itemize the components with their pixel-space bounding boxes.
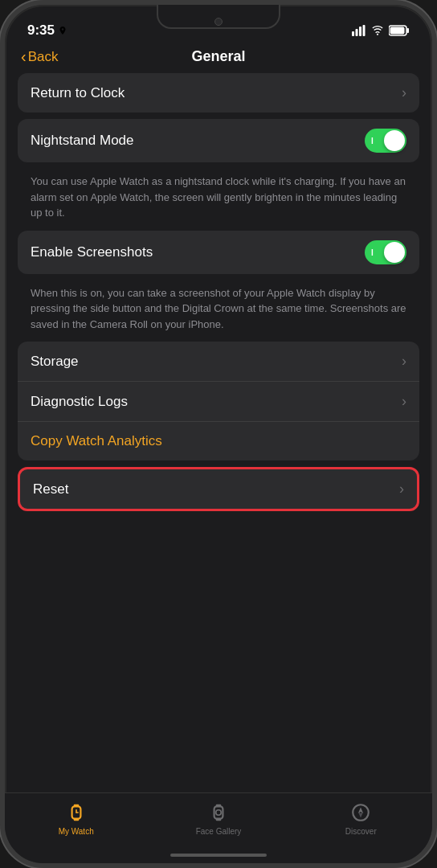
utilities-section: Storage › Diagnostic Logs › Copy Watch A… <box>18 342 419 461</box>
return-to-clock-section: Return to Clock › <box>18 73 419 113</box>
svg-rect-1 <box>356 29 358 36</box>
svg-marker-18 <box>358 812 364 818</box>
discover-icon <box>349 801 372 824</box>
svg-rect-15 <box>216 819 222 821</box>
enable-screenshots-section: Enable Screenshots I <box>18 231 419 274</box>
back-chevron-icon: ‹ <box>21 47 27 66</box>
discover-tab-label: Discover <box>345 827 377 836</box>
reset-chevron-icon: › <box>399 481 404 497</box>
nightstand-mode-label: Nightstand Mode <box>31 133 134 149</box>
main-content: Return to Clock › Nightstand Mode I You … <box>5 73 432 787</box>
screenshots-toggle-on-label: I <box>371 248 374 256</box>
storage-label: Storage <box>31 354 79 370</box>
signal-icon <box>352 25 366 36</box>
diagnostic-chevron-icon: › <box>402 393 406 410</box>
reset-label: Reset <box>33 481 68 497</box>
tab-my-watch[interactable]: My Watch <box>5 801 147 836</box>
status-time: 9:35 <box>27 23 67 39</box>
face-gallery-icon <box>207 801 230 824</box>
status-icons <box>352 25 410 36</box>
svg-rect-2 <box>359 27 361 36</box>
svg-rect-0 <box>352 31 354 36</box>
tab-discover[interactable]: Discover <box>290 801 432 836</box>
screenshots-toggle-row: Enable Screenshots I <box>18 231 419 274</box>
copy-analytics-item[interactable]: Copy Watch Analytics <box>18 422 419 461</box>
phone-frame: 9:35 ‹ <box>0 0 437 868</box>
page-title: General <box>191 48 245 65</box>
enable-screenshots-label: Enable Screenshots <box>31 244 153 260</box>
diagnostic-logs-item[interactable]: Diagnostic Logs › <box>18 382 419 422</box>
return-to-clock-label: Return to Clock <box>31 85 125 101</box>
svg-rect-11 <box>73 819 79 821</box>
storage-chevron-icon: › <box>402 353 406 370</box>
reset-item[interactable]: Reset › <box>20 469 417 509</box>
diagnostic-logs-label: Diagnostic Logs <box>31 394 128 410</box>
chevron-right-icon: › <box>402 84 406 101</box>
battery-icon <box>389 25 410 36</box>
svg-point-16 <box>353 805 370 821</box>
nightstand-toggle[interactable]: I <box>365 129 406 153</box>
reset-section: Reset › <box>18 467 419 511</box>
svg-rect-10 <box>73 805 79 807</box>
toggle-knob <box>384 130 405 151</box>
svg-rect-6 <box>390 27 405 35</box>
svg-rect-14 <box>216 805 222 807</box>
face-gallery-watch-icon <box>208 802 229 823</box>
compass-icon <box>350 802 371 823</box>
nightstand-description: You can use Apple Watch as a nightstand … <box>18 169 419 231</box>
face-gallery-tab-label: Face Gallery <box>196 827 242 836</box>
nightstand-toggle-row: Nightstand Mode I <box>18 119 419 162</box>
wifi-icon <box>371 25 384 36</box>
screenshots-description: When this is on, you can take a screensh… <box>18 280 419 342</box>
return-to-clock-item[interactable]: Return to Clock › <box>18 73 419 113</box>
svg-rect-5 <box>407 28 410 33</box>
screenshots-toggle-knob <box>384 242 405 263</box>
nightstand-mode-section: Nightstand Mode I <box>18 119 419 162</box>
time-display: 9:35 <box>27 23 55 39</box>
my-watch-icon <box>65 801 88 824</box>
back-button[interactable]: ‹ Back <box>21 47 58 66</box>
watch-icon <box>66 802 87 823</box>
my-watch-tab-label: My Watch <box>59 827 94 836</box>
tab-bar: My Watch Face Gallery <box>5 792 432 863</box>
screenshots-toggle[interactable]: I <box>365 240 406 264</box>
toggle-on-label: I <box>371 137 374 145</box>
camera-dot <box>214 18 223 26</box>
nav-bar: ‹ Back General <box>5 43 432 73</box>
tab-face-gallery[interactable]: Face Gallery <box>147 801 289 836</box>
home-indicator <box>170 854 267 857</box>
status-bar: 9:35 <box>5 11 432 43</box>
svg-point-13 <box>216 810 222 816</box>
storage-item[interactable]: Storage › <box>18 342 419 382</box>
location-icon <box>58 26 67 35</box>
svg-rect-3 <box>363 25 366 36</box>
back-label: Back <box>28 49 59 65</box>
